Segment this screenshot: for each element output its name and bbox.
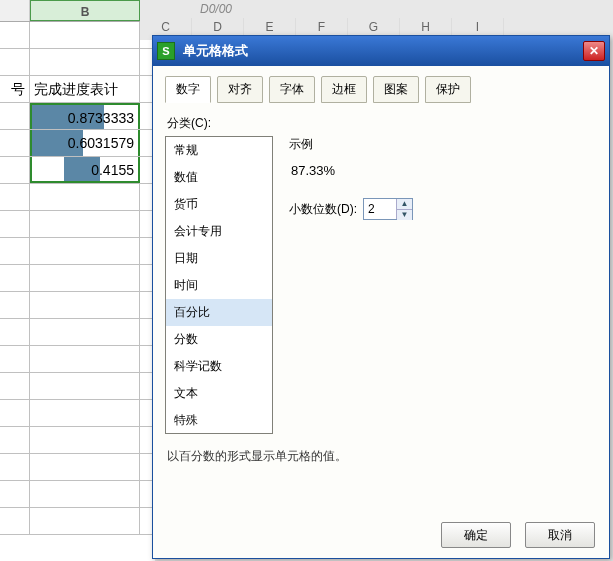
formula-bar[interactable]: D0/00 [200,2,232,16]
col-header-corner[interactable] [0,0,30,21]
cat-currency[interactable]: 货币 [166,191,272,218]
tab-pattern[interactable]: 图案 [373,76,419,103]
dialog-body: 数字 对齐 字体 边框 图案 保护 分类(C): 常规 数值 货币 会计专用 日… [153,66,609,508]
column-header-row: B [0,0,155,22]
category-label: 分类(C): [167,115,597,132]
decimal-spinner[interactable]: ▲ ▼ [363,198,413,220]
format-help-text: 以百分数的形式显示单元格的值。 [167,448,597,465]
cell-B-1[interactable]: 0.8733333 [30,103,140,129]
main-row: 常规 数值 货币 会计专用 日期 时间 百分比 分数 科学记数 文本 特殊 自定… [165,136,597,434]
cat-accounting[interactable]: 会计专用 [166,218,272,245]
cat-time[interactable]: 时间 [166,272,272,299]
dialog-button-row: 确定 取消 [441,522,595,548]
cat-text[interactable]: 文本 [166,380,272,407]
tab-bar: 数字 对齐 字体 边框 图案 保护 [165,76,597,103]
cell-B-2[interactable]: 0.6031579 [30,130,140,156]
grid-rows: 号 完成进度表计 0.8733333 0.6031579 0.4155 [0,22,155,535]
example-box: 示例 87.33% [289,136,597,178]
grid-row: 0.6031579 [0,130,155,157]
cell-row-label[interactable]: 号 [0,76,30,102]
cat-date[interactable]: 日期 [166,245,272,272]
example-label: 示例 [289,136,597,153]
category-list[interactable]: 常规 数值 货币 会计专用 日期 时间 百分比 分数 科学记数 文本 特殊 自定… [165,136,273,434]
dialog-title: 单元格格式 [183,42,583,60]
grid-row-header: 号 完成进度表计 [0,76,155,103]
app-icon: S [157,42,175,60]
close-icon[interactable]: ✕ [583,41,605,61]
ok-button[interactable]: 确定 [441,522,511,548]
cat-general[interactable]: 常规 [166,137,272,164]
cat-number[interactable]: 数值 [166,164,272,191]
cell-B-3[interactable]: 0.4155 [30,157,140,183]
spinner-down-icon[interactable]: ▼ [397,210,412,220]
spinner-up-icon[interactable]: ▲ [397,199,412,210]
decimal-label: 小数位数(D): [289,201,357,218]
grid-row: 0.8733333 [0,103,155,130]
cancel-button[interactable]: 取消 [525,522,595,548]
cell-format-dialog: S 单元格格式 ✕ 数字 对齐 字体 边框 图案 保护 分类(C): 常规 数值… [152,35,610,559]
tab-number[interactable]: 数字 [165,76,211,103]
cat-scientific[interactable]: 科学记数 [166,353,272,380]
tab-protection[interactable]: 保护 [425,76,471,103]
tab-font[interactable]: 字体 [269,76,315,103]
cat-special[interactable]: 特殊 [166,407,272,434]
example-value: 87.33% [291,163,597,178]
decimal-places-row: 小数位数(D): ▲ ▼ [289,198,597,220]
dialog-titlebar[interactable]: S 单元格格式 ✕ [153,36,609,66]
decimal-input[interactable] [364,199,396,219]
spreadsheet-background: B 号 完成进度表计 0.8733333 0.6031579 0.4155 [0,0,155,561]
cell-col-title[interactable]: 完成进度表计 [30,76,140,102]
col-header-B[interactable]: B [30,0,140,21]
top-chrome: D0/00 C D E F G H I [140,0,613,40]
cat-fraction[interactable]: 分数 [166,326,272,353]
tab-border[interactable]: 边框 [321,76,367,103]
grid-row [0,22,155,49]
cat-percentage[interactable]: 百分比 [166,299,272,326]
right-pane: 示例 87.33% 小数位数(D): ▲ ▼ [289,136,597,434]
tab-alignment[interactable]: 对齐 [217,76,263,103]
grid-row [0,49,155,76]
grid-row: 0.4155 [0,157,155,184]
